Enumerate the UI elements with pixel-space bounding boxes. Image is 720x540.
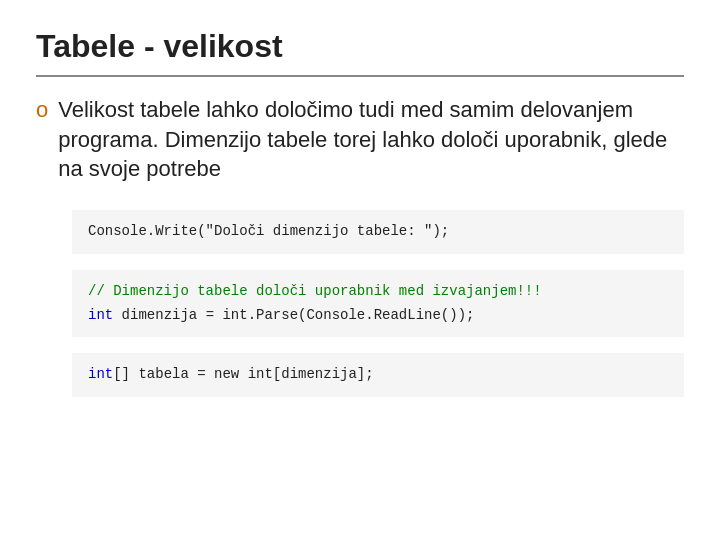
code-line-1: Console.Write("Določi dimenzijo tabele: … (88, 220, 668, 244)
code-section-3: int[] tabela = new int[dimenzija]; (72, 353, 684, 397)
code-section-2: // Dimenzijo tabele določi uporabnik med… (72, 270, 684, 338)
keyword-int2: int (88, 366, 113, 382)
slide: Tabele - velikost o Velikost tabele lahk… (0, 0, 720, 540)
code-normal-2: dimenzija = int.Parse(Console.ReadLine()… (113, 307, 474, 323)
code-line-3: int[] tabela = new int[dimenzija]; (88, 363, 668, 387)
code-line-2: int dimenzija = int.Parse(Console.ReadLi… (88, 304, 668, 328)
code-normal-3: [] tabela = new int[dimenzija]; (113, 366, 373, 382)
code-comment-1: // Dimenzijo tabele določi uporabnik med… (88, 280, 668, 304)
content-area: o Velikost tabele lahko določimo tudi me… (36, 95, 684, 512)
keyword-int: int (88, 307, 113, 323)
code-section-1: Console.Write("Določi dimenzijo tabele: … (72, 210, 684, 254)
bullet-item: o Velikost tabele lahko določimo tudi me… (36, 95, 684, 184)
bullet-text: Velikost tabele lahko določimo tudi med … (58, 95, 684, 184)
title-area: Tabele - velikost (36, 28, 684, 77)
bullet-icon: o (36, 97, 48, 123)
slide-title: Tabele - velikost (36, 28, 684, 65)
